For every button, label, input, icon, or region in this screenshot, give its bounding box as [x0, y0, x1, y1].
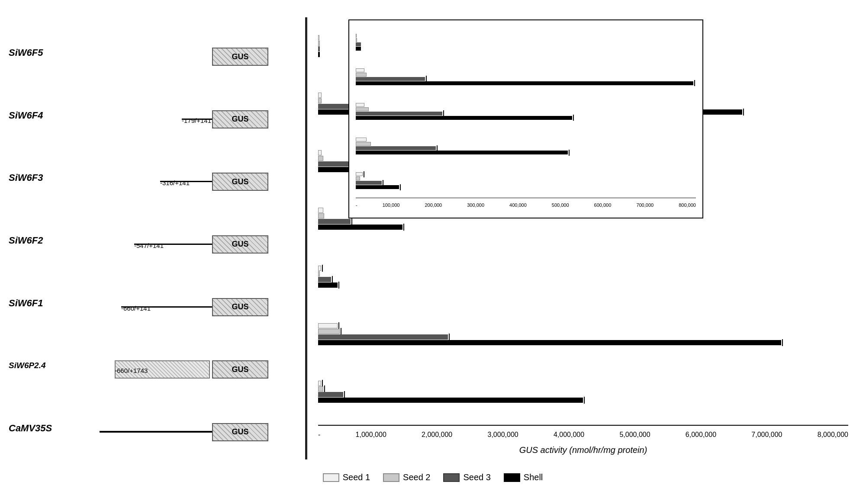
construct-row-SiW6P2.4: SiW6P2.4 -660/+1743 GUS — [9, 344, 303, 387]
inset-bargroup-SiW6F4 — [356, 65, 696, 89]
gus-box-CaMV35S: GUS — [212, 423, 268, 441]
construct-label-SiW6F3: SiW6F3 — [9, 172, 78, 183]
construct-label-SiW6F4: SiW6F4 — [9, 110, 78, 121]
mainbar-CaMV35S — [318, 373, 848, 410]
construct-diagram-SiW6P2.4: -660/+1743 GUS — [78, 353, 303, 379]
left-panel: SiW6F5 -52/+141 GUS SiW6F4 -179/+141 GUS… — [9, 13, 303, 464]
legend-label-seed2: Seed 2 — [403, 472, 430, 482]
construct-row-CaMV35S: CaMV35S GUS — [9, 407, 303, 450]
x-axis-title: GUS activity (nmol/hr/mg protein) — [318, 445, 848, 455]
x-axis-labels: - 1,000,000 2,000,000 3,000,000 4,000,00… — [318, 431, 848, 439]
legend-label-seed1: Seed 1 — [343, 472, 370, 482]
construct-row-SiW6F1: SiW6F1 -660/+141 GUS — [9, 282, 303, 325]
gus-box-SiW6P2.4: GUS — [212, 360, 268, 379]
construct-row-SiW6F4: SiW6F4 -179/+141 GUS — [9, 94, 303, 137]
inset-bar-chart: - 100,000 200,000 300,000 400,000 500,00… — [356, 25, 696, 198]
inset-bargroup-SiW6F5 — [356, 30, 696, 54]
inset-bargroup-SiW6F2 — [356, 134, 696, 158]
chart-area: SiW6F5 -52/+141 GUS SiW6F4 -179/+141 GUS… — [9, 13, 857, 464]
construct-diagram-SiW6F4: -179/+141 GUS — [78, 103, 303, 128]
legend-item-seed3: Seed 3 — [443, 472, 490, 482]
inset-chart: - 100,000 200,000 300,000 400,000 500,00… — [348, 19, 703, 218]
main-container: SiW6F5 -52/+141 GUS SiW6F4 -179/+141 GUS… — [9, 13, 857, 489]
construct-diagram-SiW6F5: -52/+141 GUS — [78, 40, 303, 66]
legend-item-seed1: Seed 1 — [323, 472, 370, 482]
construct-label-SiW6F5: SiW6F5 — [9, 47, 78, 58]
legend-box-shell — [504, 473, 520, 482]
right-panel: - 100,000 200,000 300,000 400,000 500,00… — [309, 13, 857, 464]
coord-SiW6F4: -179/+141 — [182, 117, 211, 124]
legend-label-seed3: Seed 3 — [463, 472, 490, 482]
inset-x-labels: - 100,000 200,000 300,000 400,000 500,00… — [356, 202, 696, 208]
construct-label-SiW6F1: SiW6F1 — [9, 298, 78, 309]
coord-SiW6P2.4: -660/+1743 — [115, 367, 148, 374]
gus-box-SiW6F2: GUS — [212, 235, 268, 254]
coord-SiW6F2: -547/+141 — [134, 242, 164, 249]
legend-label-shell: Shell — [524, 472, 543, 482]
coord-SiW6F3: -316/+141 — [160, 179, 190, 186]
construct-label-CaMV35S: CaMV35S — [9, 423, 78, 434]
construct-label-SiW6P2.4: SiW6P2.4 — [9, 361, 78, 370]
legend-box-seed2 — [383, 473, 399, 482]
inset-x-axis — [356, 198, 696, 198]
construct-row-SiW6F2: SiW6F2 -547/+141 GUS — [9, 219, 303, 262]
construct-diagram-SiW6F3: -316/+141 GUS — [78, 165, 303, 191]
gus-box-SiW6F4: GUS — [212, 110, 268, 128]
construct-diagram-SiW6F1: -660/+141 GUS — [78, 290, 303, 316]
construct-diagram-CaMV35S: GUS — [78, 415, 303, 441]
x-axis-line — [318, 425, 848, 426]
mainbar-SiW6F1 — [318, 258, 848, 295]
gus-box-SiW6F5: GUS — [212, 48, 268, 66]
mainbar-SiW6P2.4 — [318, 316, 848, 353]
construct-row-SiW6F3: SiW6F3 -316/+141 GUS — [9, 156, 303, 199]
inset-bargroup-SiW6F3 — [356, 100, 696, 123]
inset-bargroup-SiW6F1 — [356, 169, 696, 193]
legend-item-seed2: Seed 2 — [383, 472, 430, 482]
legend-box-seed3 — [443, 473, 460, 482]
legend-item-shell: Shell — [504, 472, 543, 482]
construct-diagram-SiW6F2: -547/+141 GUS — [78, 228, 303, 254]
vertical-divider — [305, 17, 307, 459]
construct-label-SiW6F2: SiW6F2 — [9, 235, 78, 246]
gus-box-SiW6F1: GUS — [212, 298, 268, 316]
gus-box-SiW6F3: GUS — [212, 173, 268, 191]
coord-SiW6F1: -660/+141 — [121, 305, 151, 312]
construct-row-SiW6F5: SiW6F5 -52/+141 GUS — [9, 31, 303, 74]
legend: Seed 1 Seed 2 Seed 3 Shell — [9, 466, 857, 489]
legend-box-seed1 — [323, 473, 339, 482]
